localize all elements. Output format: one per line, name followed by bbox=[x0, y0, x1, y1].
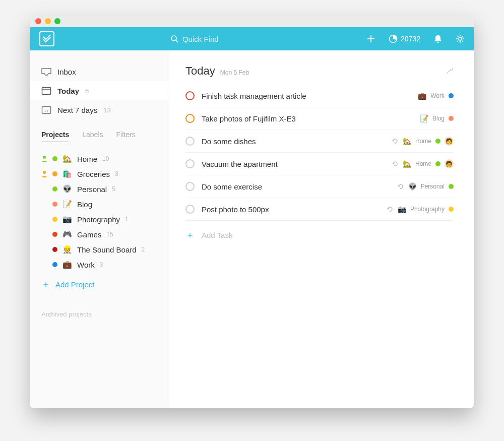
add-task-label: Add Task bbox=[202, 231, 232, 239]
project-name: Work bbox=[77, 261, 95, 269]
project-item[interactable]: 🎮Games15 bbox=[30, 227, 169, 242]
task-meta: 👽Personal bbox=[397, 182, 454, 191]
plus-icon: ＋ bbox=[41, 278, 50, 290]
nav-item-inbox[interactable]: Inbox bbox=[30, 62, 169, 81]
project-name: Blog bbox=[77, 200, 92, 209]
task-row[interactable]: Do some dishes🏡Home🧑 bbox=[185, 130, 454, 153]
task-checkbox[interactable] bbox=[185, 137, 195, 146]
project-item[interactable]: 🛍️Groceries3 bbox=[30, 166, 169, 181]
add-project-button[interactable]: ＋ Add Project bbox=[30, 272, 169, 296]
project-count: 5 bbox=[112, 185, 115, 193]
assignee-avatar: 🧑 bbox=[445, 137, 454, 146]
nav-item-today[interactable]: Today 6 bbox=[30, 81, 169, 100]
project-count: 3 bbox=[115, 170, 118, 177]
task-meta: 🏡Home🧑 bbox=[392, 159, 454, 168]
task-checkbox[interactable] bbox=[185, 182, 195, 191]
task-project-name: Personal bbox=[421, 183, 445, 190]
task-meta: 💼Work bbox=[418, 92, 454, 100]
task-title: Take photos of Fujifilm X-E3 bbox=[202, 114, 413, 123]
project-item[interactable]: 📷Photography1 bbox=[30, 212, 169, 227]
minimize-window-button[interactable] bbox=[45, 18, 51, 24]
task-row[interactable]: Post photo to 500px📷Photography bbox=[185, 198, 454, 221]
top-actions: 20732 bbox=[366, 34, 465, 43]
recurring-indicator bbox=[392, 160, 399, 167]
project-list: 🏡Home10🛍️Groceries3👽Personal5📝Blog📷Photo… bbox=[30, 145, 169, 272]
project-item[interactable]: 👷The Sound Board2 bbox=[30, 242, 169, 257]
task-checkbox[interactable] bbox=[185, 91, 195, 100]
quick-find[interactable]: Quick Find bbox=[170, 35, 219, 43]
topbar: Quick Find 20732 bbox=[30, 27, 474, 50]
project-name: Games bbox=[77, 230, 101, 239]
task-row[interactable]: Finish task management article💼Work bbox=[185, 85, 454, 107]
karma-icon bbox=[389, 34, 398, 43]
task-project-color bbox=[449, 184, 454, 189]
shared-icon bbox=[41, 170, 47, 177]
main-panel: Today Mon 5 Feb Finish task management a… bbox=[169, 50, 474, 408]
project-color-dot bbox=[52, 217, 57, 222]
tools-icon bbox=[446, 67, 454, 75]
fullscreen-window-button[interactable] bbox=[54, 18, 60, 24]
sidebar: InboxToday 6+7Next 7 days 13 ProjectsLab… bbox=[30, 50, 169, 408]
karma-points: 20732 bbox=[401, 35, 420, 43]
tab-filters[interactable]: Filters bbox=[116, 131, 136, 142]
notifications-button[interactable] bbox=[433, 34, 443, 43]
plus-icon bbox=[366, 34, 375, 43]
project-emoji: 🏡 bbox=[62, 154, 72, 163]
task-project-color bbox=[435, 161, 440, 166]
task-project-emoji: 👽 bbox=[408, 182, 417, 191]
karma-button[interactable]: 20732 bbox=[389, 34, 420, 43]
task-row[interactable]: Vacuum the apartment🏡Home🧑 bbox=[185, 153, 454, 175]
project-count: 3 bbox=[100, 261, 103, 268]
task-title: Vacuum the apartment bbox=[202, 160, 385, 168]
next7-icon: +7 bbox=[41, 105, 51, 114]
project-name: Groceries bbox=[77, 170, 110, 178]
app-window: Quick Find 20732 bbox=[30, 15, 474, 408]
task-meta: 📷Photography bbox=[387, 205, 454, 213]
svg-text:+7: +7 bbox=[44, 109, 49, 113]
project-color-dot bbox=[52, 156, 57, 161]
app-logo[interactable] bbox=[39, 31, 54, 46]
project-count: 10 bbox=[102, 155, 109, 162]
task-checkbox[interactable] bbox=[185, 205, 195, 214]
project-color-dot bbox=[52, 262, 57, 267]
task-project-emoji: 🏡 bbox=[403, 137, 411, 145]
bell-icon bbox=[433, 34, 443, 43]
svg-line-13 bbox=[462, 36, 463, 37]
view-options-button[interactable] bbox=[446, 67, 454, 75]
task-row[interactable]: Take photos of Fujifilm X-E3📝Blog bbox=[185, 107, 454, 130]
project-emoji: 🛍️ bbox=[62, 169, 72, 178]
task-project-name: Home bbox=[415, 138, 431, 145]
task-project-color bbox=[449, 207, 454, 212]
project-item[interactable]: 💼Work3 bbox=[30, 257, 169, 272]
project-count: 1 bbox=[125, 216, 129, 223]
task-checkbox[interactable] bbox=[185, 159, 195, 168]
task-project-emoji: 💼 bbox=[418, 92, 426, 100]
svg-line-12 bbox=[457, 41, 458, 42]
nav-item-next7[interactable]: +7Next 7 days 13 bbox=[30, 100, 169, 119]
archived-projects-link[interactable]: Archived projects bbox=[30, 296, 169, 332]
task-project-emoji: 🏡 bbox=[403, 160, 411, 168]
recurring-indicator bbox=[392, 138, 399, 145]
project-item[interactable]: 📝Blog bbox=[30, 197, 169, 212]
task-title: Finish task management article bbox=[202, 92, 411, 100]
tab-labels[interactable]: Labels bbox=[82, 131, 103, 142]
task-checkbox[interactable] bbox=[185, 114, 195, 123]
plus-icon: ＋ bbox=[185, 229, 195, 241]
project-item[interactable]: 🏡Home10 bbox=[30, 151, 169, 166]
recurring-indicator bbox=[397, 183, 404, 190]
add-task-button[interactable]: ＋ Add Task bbox=[185, 221, 454, 249]
svg-point-19 bbox=[43, 171, 46, 174]
settings-button[interactable] bbox=[456, 34, 465, 43]
sidebar-tabs: ProjectsLabelsFilters bbox=[30, 119, 169, 145]
svg-rect-14 bbox=[42, 88, 51, 95]
view-date: Mon 5 Feb bbox=[220, 69, 249, 76]
tab-projects[interactable]: Projects bbox=[41, 131, 69, 142]
close-window-button[interactable] bbox=[35, 18, 41, 24]
task-title: Do some exercise bbox=[202, 182, 390, 191]
add-task-topbar-button[interactable] bbox=[366, 34, 375, 43]
project-name: Personal bbox=[77, 185, 107, 194]
project-item[interactable]: 👽Personal5 bbox=[30, 181, 169, 197]
task-project-name: Photography bbox=[410, 206, 445, 213]
task-row[interactable]: Do some exercise👽Personal bbox=[185, 175, 454, 198]
nav-count: 6 bbox=[85, 87, 89, 95]
